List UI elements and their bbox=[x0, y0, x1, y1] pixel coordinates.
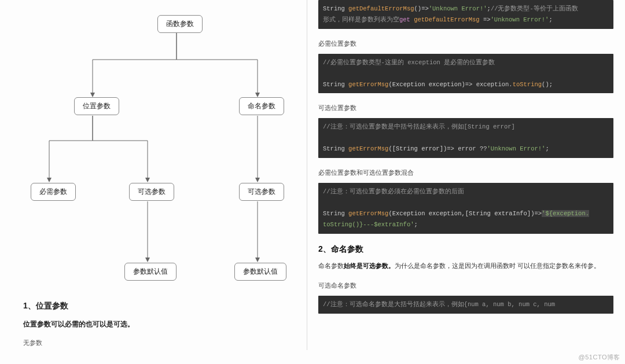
tok-args: ([String error]) bbox=[388, 145, 447, 152]
para-b: 为什么是命名参数，这是因为在调用函数时 可以任意指定参数名来传参。 bbox=[395, 262, 600, 269]
code-block-5: //注意：可选命名参数是大括号括起来表示，例如{num a, num b, nu… bbox=[318, 296, 613, 314]
code-block-2: //必需位置参数类型-这里的 exception 是必需的位置参数 String… bbox=[318, 54, 613, 94]
code-block-4: //注意：可选位置参数必须在必需位置参数的后面 String getErrorM… bbox=[318, 183, 613, 234]
tok-str: 'Unknown Error!' bbox=[491, 16, 549, 23]
tok-fn: getErrorMsg bbox=[348, 145, 388, 152]
tok-op: => exception. bbox=[465, 81, 513, 88]
section-1-noargs: 无参数 bbox=[23, 339, 289, 347]
code-block-1: String getDefaultErrorMsg()=>'Unknown Er… bbox=[318, 0, 613, 29]
code-block-3: //注意：可选位置参数是中括号括起来表示，例如[String error] St… bbox=[318, 118, 613, 158]
tok-fn: getDefaultErrorMsg bbox=[348, 5, 414, 12]
section-1-heading: 1、位置参数 bbox=[23, 301, 289, 311]
subhead-required-pos: 必需位置参数 bbox=[318, 39, 613, 48]
named-param-desc: 命名参数始终是可选参数。为什么是命名参数，这是因为在调用函数时 可以任意指定参数… bbox=[318, 260, 613, 271]
tok-kw: get bbox=[399, 16, 410, 23]
tok-comment: //无参数类型-等价于上面函数 bbox=[491, 5, 578, 12]
tok-comment: 形式，同样是参数列表为空 bbox=[323, 16, 399, 23]
tok-comment: //注意：可选命名参数是大括号括起来表示，例如{num a, num b, nu… bbox=[323, 301, 555, 308]
tok-comment: //注意：可选位置参数是中括号括起来表示，例如[String error] bbox=[323, 123, 515, 130]
node-named: 命名参数 bbox=[239, 97, 284, 115]
node-required: 必需参数 bbox=[31, 183, 76, 201]
tok-str: '${exception. bbox=[542, 210, 589, 217]
right-column: String getDefaultErrorMsg()=>'Unknown Er… bbox=[307, 0, 625, 364]
tok-op: ; bbox=[414, 221, 418, 228]
subhead-optional-pos: 可选位置参数 bbox=[318, 104, 613, 112]
node-root: 函数参数 bbox=[157, 15, 203, 33]
para-strong: 始终是可选参数。 bbox=[344, 262, 395, 269]
left-column: 函数参数 位置参数 命名参数 必需参数 可选参数 可选参数 参数默认值 参数默认… bbox=[0, 0, 307, 364]
tok-str: toString()}---$extraInfo' bbox=[323, 221, 414, 228]
tok-fn: getDefaultErrorMsg bbox=[410, 16, 483, 23]
svg-marker-6 bbox=[255, 258, 260, 262]
tok-op: ; bbox=[549, 16, 552, 23]
tok-type: String bbox=[323, 210, 348, 217]
svg-marker-2 bbox=[47, 178, 52, 182]
watermark: @51CTO博客 bbox=[579, 353, 620, 362]
tok-call: toString bbox=[513, 81, 542, 88]
tok-type: String bbox=[323, 5, 348, 12]
tok-fn: getErrorMsg bbox=[348, 81, 388, 88]
flowchart: 函数参数 位置参数 命名参数 必需参数 可选参数 可选参数 参数默认值 参数默认… bbox=[23, 5, 289, 294]
tok-args: (Exception exception) bbox=[388, 81, 465, 88]
svg-marker-5 bbox=[145, 258, 150, 262]
subhead-mixed: 必需位置参数和可选位置参数混合 bbox=[318, 168, 613, 177]
tok-fn: getErrorMsg bbox=[348, 210, 388, 217]
node-optional-1: 可选参数 bbox=[129, 183, 174, 201]
tok-op: ; bbox=[545, 145, 549, 152]
node-optional-2: 可选参数 bbox=[239, 183, 284, 201]
tok-str: 'Unknown Error!' bbox=[429, 5, 487, 12]
node-default-2: 参数默认值 bbox=[234, 263, 286, 281]
tok-op: => error ?? bbox=[447, 145, 487, 152]
flow-lines bbox=[23, 5, 289, 294]
para-a: 命名参数 bbox=[318, 262, 344, 269]
node-default-1: 参数默认值 bbox=[124, 263, 177, 281]
tok-comment: //必需位置参数类型-这里的 exception 是必需的位置参数 bbox=[323, 59, 495, 66]
tok-str: 'Unknown Error!' bbox=[487, 145, 546, 152]
svg-marker-3 bbox=[145, 178, 150, 182]
section-2-heading: 2、命名参数 bbox=[318, 244, 613, 255]
tok-type: String bbox=[323, 145, 348, 152]
tok-args: (Exception exception,[String extraInfo]) bbox=[388, 210, 534, 217]
node-positional: 位置参数 bbox=[74, 97, 119, 115]
tok-op: => bbox=[483, 16, 491, 23]
section-1-bold: 位置参数可以必需的也可以是可选。 bbox=[23, 319, 289, 329]
svg-marker-0 bbox=[90, 93, 95, 97]
tok-type: String bbox=[323, 81, 348, 88]
svg-marker-4 bbox=[255, 178, 260, 182]
subhead-optional-named: 可选命名参数 bbox=[318, 281, 613, 290]
tok-comment: //注意：可选位置参数必须在必需位置参数的后面 bbox=[323, 188, 464, 195]
tok-op: => bbox=[534, 210, 542, 217]
tok-op: ()=> bbox=[414, 5, 429, 12]
tok-op: (); bbox=[542, 81, 553, 88]
svg-marker-1 bbox=[255, 93, 260, 97]
